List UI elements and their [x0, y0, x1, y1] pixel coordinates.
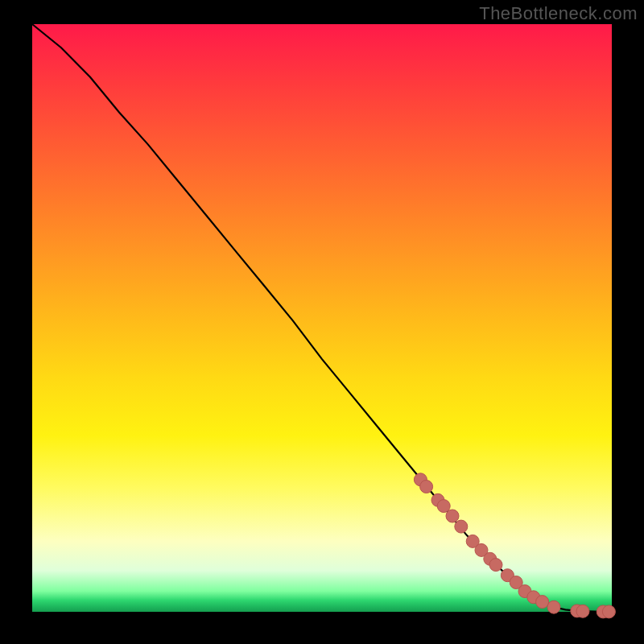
data-marker: [576, 605, 589, 617]
data-marker: [547, 601, 560, 613]
data-marker: [489, 559, 502, 572]
chart-svg: [32, 24, 612, 612]
data-marker: [455, 520, 468, 533]
data-marker: [437, 500, 450, 513]
chart-container: TheBottleneck.com: [0, 0, 644, 644]
curve-line: [32, 24, 612, 612]
plot-area: [32, 24, 612, 612]
data-marker: [536, 596, 549, 609]
data-marker: [602, 605, 615, 618]
markers-group: [414, 473, 615, 618]
data-marker: [420, 481, 433, 493]
watermark-text: TheBottleneck.com: [479, 3, 638, 24]
data-marker: [446, 510, 459, 522]
